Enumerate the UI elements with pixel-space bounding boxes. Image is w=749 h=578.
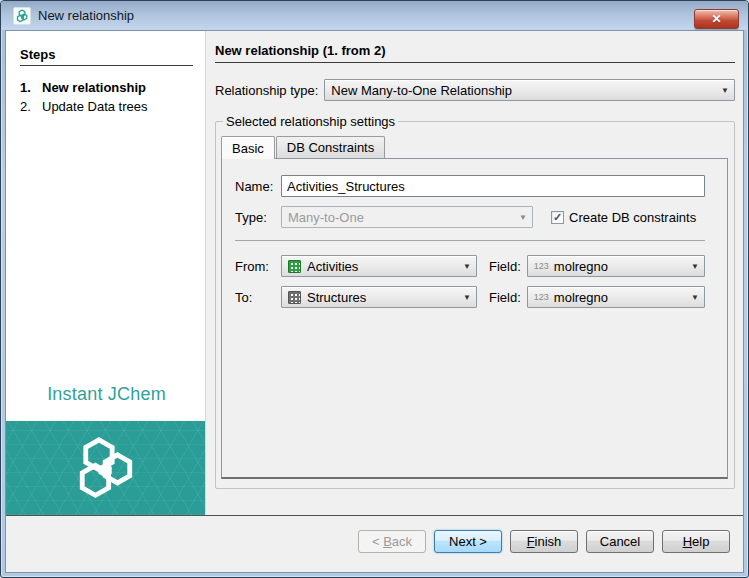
dialog-window: New relationship ✕ Steps 1. New relation…	[0, 0, 749, 578]
form-divider	[235, 240, 705, 241]
to-field-value: molregno	[554, 290, 686, 305]
to-field-label: Field:	[489, 290, 521, 305]
step-number: 1.	[20, 80, 42, 95]
steps-header: Steps	[20, 47, 193, 66]
create-db-constraints-option[interactable]: ✓ Create DB constraints	[551, 210, 696, 225]
create-db-constraints-checkbox[interactable]: ✓	[551, 211, 564, 224]
basic-tab-panel: Name: Type: Many-to-One ▼ ✓	[221, 158, 728, 479]
settings-tabstrip: Basic DB Constraints	[221, 136, 728, 158]
relationship-type-value: New Many-to-One Relationship	[331, 83, 716, 98]
chevron-down-icon: ▼	[458, 262, 476, 271]
from-label: From:	[235, 259, 281, 274]
chevron-down-icon: ▼	[716, 86, 734, 95]
tab-db-constraints[interactable]: DB Constraints	[276, 136, 385, 158]
to-label: To:	[235, 290, 281, 305]
numeric-type-icon: 123	[534, 292, 549, 302]
jchem-logo-icon	[13, 7, 31, 25]
tab-basic[interactable]: Basic	[221, 136, 275, 159]
from-table-value: Activities	[307, 259, 458, 274]
titlebar[interactable]: New relationship ✕	[1, 1, 748, 30]
settings-groupbox-label: Selected relationship settings	[223, 114, 398, 129]
relationship-type-label: Relationship type:	[215, 83, 318, 98]
type-select: Many-to-One ▼	[281, 206, 533, 228]
type-value: Many-to-One	[288, 210, 514, 225]
button-bar: < Back Next > Finish Cancel Help	[6, 516, 743, 572]
back-button: < Back	[358, 530, 426, 553]
gray-table-icon	[288, 291, 301, 304]
chevron-down-icon: ▼	[458, 293, 476, 302]
dialog-body: Steps 1. New relationship 2. Update Data…	[5, 30, 744, 573]
step-label: Update Data trees	[42, 99, 148, 114]
wizard-main-panel: New relationship (1. from 2) Relationshi…	[206, 31, 743, 515]
to-field-select[interactable]: 123 molregno ▼	[527, 286, 705, 308]
from-table-select[interactable]: Activities ▼	[281, 255, 477, 277]
wizard-sidebar: Steps 1. New relationship 2. Update Data…	[6, 31, 206, 515]
finish-button[interactable]: Finish	[510, 530, 578, 553]
close-icon: ✕	[711, 12, 721, 26]
name-label: Name:	[235, 179, 281, 194]
to-table-value: Structures	[307, 290, 458, 305]
chevron-down-icon: ▼	[686, 262, 704, 271]
from-field-value: molregno	[554, 259, 686, 274]
name-input[interactable]	[281, 175, 705, 197]
settings-groupbox: Selected relationship settings Basic DB …	[215, 121, 735, 489]
page-title: New relationship (1. from 2)	[215, 43, 735, 63]
from-field-label: Field:	[489, 259, 521, 274]
relationship-type-select[interactable]: New Many-to-One Relationship ▼	[324, 79, 735, 101]
step-item-new-relationship: 1. New relationship	[20, 80, 193, 95]
create-db-constraints-label: Create DB constraints	[569, 210, 696, 225]
step-item-update-data-trees: 2. Update Data trees	[20, 99, 193, 114]
cancel-button[interactable]: Cancel	[586, 530, 654, 553]
numeric-type-icon: 123	[534, 261, 549, 271]
step-number: 2.	[20, 99, 42, 114]
from-field-select[interactable]: 123 molregno ▼	[527, 255, 705, 277]
help-button[interactable]: Help	[662, 530, 730, 553]
window-title: New relationship	[38, 8, 134, 23]
type-label: Type:	[235, 210, 281, 225]
step-label: New relationship	[42, 80, 146, 95]
close-button[interactable]: ✕	[694, 9, 739, 29]
check-icon: ✓	[553, 212, 562, 223]
product-name: Instant JChem	[20, 384, 193, 405]
green-table-icon	[288, 260, 301, 273]
jchem-hexagon-logo-icon	[62, 435, 150, 501]
next-button[interactable]: Next >	[434, 530, 502, 553]
chevron-down-icon: ▼	[686, 293, 704, 302]
to-table-select[interactable]: Structures ▼	[281, 286, 477, 308]
brand-panel	[6, 421, 205, 515]
chevron-down-icon: ▼	[514, 213, 532, 222]
